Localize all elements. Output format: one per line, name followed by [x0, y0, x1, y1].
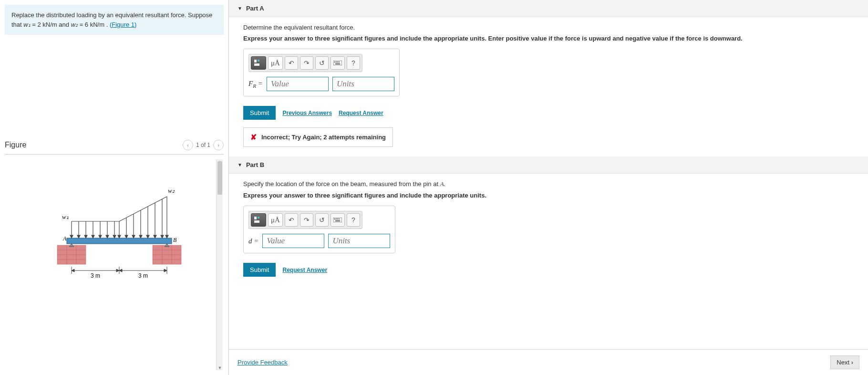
part-a-units-input[interactable]: [332, 77, 394, 91]
svg-rect-64: [258, 217, 259, 219]
part-a-answer-row: FR =: [248, 77, 394, 91]
svg-marker-36: [139, 235, 142, 238]
part-b-request-answer-link[interactable]: Request Answer: [282, 267, 327, 273]
figure-link[interactable]: (Figure 1): [110, 21, 136, 28]
scroll-thumb[interactable]: [217, 161, 222, 195]
b-label: B: [173, 237, 177, 243]
figure-body: w₁ w₂ A B: [5, 159, 224, 370]
svg-marker-30: [118, 235, 121, 238]
part-a-submit-button[interactable]: Submit: [243, 106, 276, 120]
part-a-submit-row: Submit Previous Answers Request Answer: [243, 106, 854, 120]
reset-button[interactable]: ↺: [315, 56, 329, 70]
scroll-down-icon[interactable]: ▼: [217, 365, 223, 371]
templates-button[interactable]: [251, 56, 266, 70]
footer: Provide Feedback Next ›: [229, 349, 868, 375]
svg-rect-54: [254, 60, 257, 62]
keyboard-button[interactable]: [331, 213, 345, 227]
undo-button[interactable]: ↶: [285, 213, 298, 227]
units-button[interactable]: μÅ: [268, 56, 283, 70]
part-b-answer-box: μÅ ↶ ↷ ↺ ? d =: [243, 206, 395, 253]
left-panel: Replace the distributed loading by an eq…: [0, 0, 229, 375]
svg-marker-28: [113, 235, 116, 238]
part-b-body: Specify the location of the force on the…: [229, 174, 868, 286]
part-b-submit-button[interactable]: Submit: [243, 263, 276, 277]
svg-rect-62: [335, 63, 340, 64]
part-b-units-input[interactable]: [328, 234, 390, 248]
part-b-bold-instruction: Express your answer to three significant…: [243, 192, 854, 199]
svg-marker-22: [92, 235, 94, 238]
reset-button[interactable]: ↺: [315, 213, 329, 227]
svg-marker-40: [154, 235, 156, 238]
part-b-header[interactable]: ▼ Part B: [229, 156, 868, 174]
w2-var: w₂: [71, 21, 78, 28]
part-b-title: Part B: [246, 161, 264, 168]
part-b-toolbar: μÅ ↶ ↷ ↺ ?: [248, 211, 362, 229]
help-button[interactable]: ?: [347, 56, 360, 70]
svg-rect-56: [254, 63, 259, 66]
part-a-bold-instruction: Express your answer to three significant…: [243, 35, 854, 42]
redo-button[interactable]: ↷: [300, 213, 313, 227]
svg-rect-61: [339, 62, 340, 62]
svg-marker-24: [99, 235, 102, 238]
part-a-previous-answers-link[interactable]: Previous Answers: [282, 110, 332, 116]
svg-marker-38: [146, 235, 149, 238]
svg-marker-32: [125, 235, 128, 238]
svg-marker-52: [119, 269, 122, 272]
svg-rect-65: [254, 220, 259, 223]
part-b-instruction: Specify the location of the force on the…: [243, 180, 854, 188]
keyboard-button[interactable]: [331, 56, 345, 70]
svg-marker-42: [161, 235, 164, 238]
dim1: 3 m: [91, 272, 100, 279]
help-button[interactable]: ?: [347, 213, 360, 227]
incorrect-icon: ✘: [250, 133, 257, 142]
svg-marker-44: [165, 235, 168, 238]
figure-nav-text: 1 of 1: [196, 142, 210, 148]
units-button[interactable]: μÅ: [268, 213, 283, 227]
svg-marker-50: [72, 269, 74, 272]
part-b-instr-var: A: [440, 180, 444, 188]
part-a-title: Part A: [246, 5, 264, 12]
part-b-submit-row: Submit Request Answer: [243, 263, 854, 277]
and: and: [59, 21, 71, 28]
a-label: A: [62, 235, 67, 242]
part-b-answer-row: d =: [248, 234, 390, 248]
svg-marker-16: [70, 235, 73, 238]
part-a-header[interactable]: ▼ Part A: [229, 0, 868, 17]
caret-down-icon: ▼: [238, 6, 242, 11]
period: .: [106, 21, 110, 28]
svg-rect-59: [336, 62, 337, 62]
svg-marker-34: [132, 235, 135, 238]
svg-rect-66: [333, 218, 342, 222]
part-b-value-input[interactable]: [262, 234, 324, 248]
undo-button[interactable]: ↶: [285, 56, 298, 70]
svg-rect-55: [258, 60, 259, 62]
figure-scrollbar[interactable]: ▲ ▼: [216, 159, 223, 370]
svg-rect-68: [336, 219, 337, 219]
templates-button[interactable]: [251, 213, 266, 227]
svg-marker-53: [164, 269, 167, 272]
part-a-instruction: Determine the equivalent resultant force…: [243, 24, 854, 31]
caret-down-icon: ▼: [238, 162, 242, 167]
figure-header: Figure ‹ 1 of 1 ›: [5, 140, 224, 155]
svg-rect-69: [337, 219, 338, 219]
part-a-answer-box: μÅ ↶ ↷ ↺ ? FR =: [243, 49, 400, 96]
part-a-feedback-text: Incorrect; Try Again; 2 attempts remaini…: [261, 134, 386, 141]
svg-marker-18: [77, 235, 80, 238]
next-button[interactable]: Next ›: [830, 355, 859, 369]
figure-nav: ‹ 1 of 1 ›: [183, 140, 224, 150]
svg-marker-20: [84, 235, 87, 238]
figure-next-button[interactable]: ›: [213, 140, 224, 150]
svg-rect-70: [339, 219, 340, 219]
provide-feedback-link[interactable]: Provide Feedback: [238, 359, 288, 366]
w2-label: w₂: [168, 187, 175, 194]
svg-rect-63: [254, 217, 257, 219]
part-b-var-label: d =: [248, 237, 258, 245]
part-a-value-input[interactable]: [267, 77, 329, 91]
svg-rect-67: [334, 219, 335, 219]
svg-rect-58: [334, 62, 335, 62]
figure-prev-button[interactable]: ‹: [183, 140, 193, 150]
part-a-body: Determine the equivalent resultant force…: [229, 17, 868, 156]
w2-eq: = 6 kN/m: [78, 21, 104, 28]
part-a-request-answer-link[interactable]: Request Answer: [339, 110, 383, 116]
redo-button[interactable]: ↷: [300, 56, 313, 70]
